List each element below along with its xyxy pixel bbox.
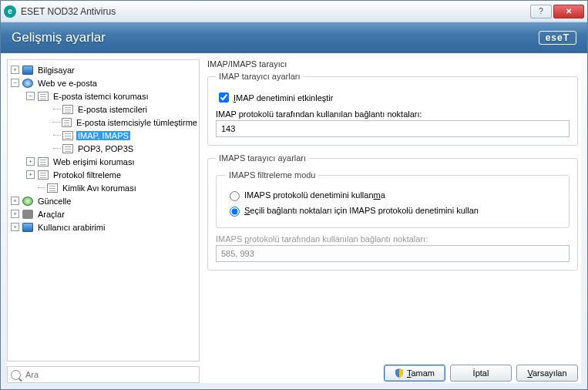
radio-imaps-disabled-label: IMAPS protokolü denetimini kullanma [244,190,385,200]
settings-area: IMAP/IMAPS tarayıcı IMAP tarayıcı ayarla… [204,59,581,360]
tree-item-antiphishing[interactable]: Kimlik Avı koruması [8,181,199,194]
expand-icon[interactable]: + [26,170,35,179]
page-icon [62,144,73,153]
imap-ports-label: IMAP protokolü tarafından kullanılan bağ… [216,109,570,119]
app-window: e ESET NOD32 Antivirus ? ✕ Gelişmiş ayar… [0,0,588,390]
navigation-tree[interactable]: + Bilgisayar − Web ve e-posta − E-posta … [7,59,200,361]
tree-item-email-protection[interactable]: − E-posta istemci koruması [8,89,199,103]
tree-item-web-email[interactable]: − Web ve e-posta [8,76,199,89]
expand-icon[interactable]: + [11,210,19,218]
tree-item-tools[interactable]: + Araçlar [8,207,199,220]
page-icon [62,131,73,140]
header-band: Gelişmiş ayarlar eseT [1,22,587,53]
imaps-filter-mode-group: IMAPS filtreleme modu IMAPS protokolü de… [216,170,570,228]
header-title: Gelişmiş ayarlar [12,30,106,45]
app-icon: e [4,5,16,18]
shield-icon [395,368,404,378]
cancel-button[interactable]: İptal [450,365,512,382]
collapse-icon[interactable]: − [26,92,35,100]
imaps-filter-legend: IMAPS filtreleme modu [226,170,318,180]
monitor-icon [22,223,33,232]
tree-item-web-access[interactable]: + Web erişimi koruması [8,155,199,168]
expand-icon[interactable]: + [11,197,19,205]
window-buttons: ? ✕ [530,5,584,18]
monitor-icon [22,66,33,75]
tree-item-pop3[interactable]: POP3, POP3S [8,142,199,155]
imaps-settings-group: IMAPS tarayıcı ayarları IMAPS filtreleme… [207,153,578,271]
expand-icon[interactable]: + [11,66,19,74]
radio-imaps-disabled[interactable] [230,191,240,201]
imaps-ports-label: IMAPS protokolü tarafından kullanılan ba… [216,234,570,244]
window-title: ESET NOD32 Antivirus [21,6,530,17]
page-icon [47,183,58,193]
title-bar: e ESET NOD32 Antivirus ? ✕ [1,1,587,22]
defaults-button[interactable]: Varsayılan [516,365,578,382]
imap-settings-group: IMAP tarayıcı ayarları IMAP denetimini e… [207,72,578,146]
collapse-icon[interactable]: − [11,79,19,87]
close-button[interactable]: ✕ [553,5,584,18]
section-title: IMAP/IMAPS tarayıcı [207,59,578,69]
right-pane: IMAP/IMAPS tarayıcı IMAP tarayıcı ayarla… [204,59,581,383]
page-icon [38,170,49,180]
tree-item-protocol[interactable]: + Protokol filtreleme [8,168,199,181]
tree-item-email-clients[interactable]: E-posta istemcileri [8,103,199,116]
ok-button[interactable]: Tamam [384,365,445,382]
help-button[interactable]: ? [530,5,552,18]
radio-imaps-selected-ports[interactable] [230,207,240,217]
refresh-icon [22,197,33,206]
button-bar: Tamam İptal Varsayılan [204,360,581,383]
search-input[interactable] [24,369,196,380]
imaps-group-legend: IMAPS tarayıcı ayarları [216,153,309,163]
page-icon [38,92,49,101]
globe-icon [22,79,33,88]
left-pane: + Bilgisayar − Web ve e-posta − E-posta … [7,59,200,383]
radio-imaps-selected-ports-label: Seçili bağlantı noktaları için IMAPS pro… [244,206,479,215]
content-area: + Bilgisayar − Web ve e-posta − E-posta … [7,59,581,383]
tree-item-email-integration[interactable]: E-posta istemcisiyle tümleştirme [8,116,199,129]
page-icon [38,157,49,166]
checkbox-enable-imap-label: IMAP denetimini etkinleştir [234,93,333,103]
page-icon [62,105,73,114]
brand-logo: eseT [539,31,576,45]
imap-group-legend: IMAP tarayıcı ayarları [216,72,304,81]
imap-ports-input[interactable] [216,120,570,137]
wrench-icon [22,210,33,219]
expand-icon[interactable]: + [11,223,19,231]
tree-item-imap[interactable]: IMAP, IMAPS [8,129,199,142]
search-icon [11,370,21,380]
imaps-ports-input [216,245,570,262]
expand-icon[interactable]: + [26,157,35,166]
checkbox-enable-imap[interactable] [219,92,229,103]
tree-item-computer[interactable]: + Bilgisayar [8,63,199,76]
tree-item-ui[interactable]: + Kullanıcı arabirimi [8,220,199,234]
tree-item-update[interactable]: + Güncelle [8,194,199,207]
page-icon [62,118,72,127]
search-box[interactable] [7,366,200,383]
